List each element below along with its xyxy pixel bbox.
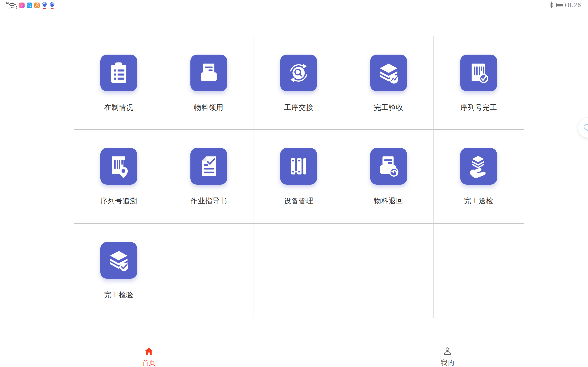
grid-item-material-return[interactable]: 物料退回 [344, 130, 434, 224]
grid-item-label: 完工检验 [104, 290, 133, 300]
grid-item-label: 工序交接 [284, 103, 313, 112]
grid-item-label: 序列号完工 [460, 103, 497, 112]
serial-trace-barcode-pin-icon [100, 148, 137, 185]
search-app-icon [27, 2, 32, 8]
grid-item-work-instruction[interactable]: 作业指导书 [164, 130, 254, 224]
grid-item-completion-inspection[interactable]: 完工检验 [74, 224, 164, 318]
grid-item-label: 物料领用 [194, 103, 224, 112]
grid-cell-empty [434, 224, 524, 318]
grid-item-wip-status[interactable]: 在制情况 [74, 36, 164, 130]
wifi-icon: 6+ [6, 1, 17, 9]
bluetooth-icon [549, 1, 554, 9]
equipment-racks-icon [280, 148, 317, 185]
tab-home-label: 首页 [142, 358, 156, 367]
home-icon [143, 346, 154, 357]
grid-item-label: 作业指导书 [190, 196, 227, 206]
grid-item-label: 设备管理 [284, 196, 313, 206]
grid-item-completion-acceptance[interactable]: 完工验收 [344, 36, 434, 130]
status-bar: 6+ i [0, 0, 588, 11]
battery-icon [556, 3, 565, 7]
completion-acceptance-layers-icon [370, 55, 407, 91]
grid-item-label: 在制情况 [104, 103, 133, 112]
chat-fab[interactable] [578, 117, 588, 138]
grid-item-label: 物料退回 [374, 196, 403, 206]
grid-item-label: 序列号追溯 [100, 196, 137, 206]
video-app-icon [34, 2, 40, 8]
work-instruction-doc-check-icon [190, 148, 227, 185]
grid-item-serial-trace[interactable]: 序列号追溯 [74, 130, 164, 224]
grid-item-completion-submit[interactable]: 完工送检 [434, 130, 524, 224]
clock-time: 8:26 [568, 1, 581, 9]
person-icon [442, 346, 453, 357]
completion-inspection-layers-check-icon [100, 242, 137, 279]
chat-bubble-icon [582, 122, 588, 134]
data-arrows-icon [16, 6, 17, 9]
grid-cell-empty [254, 224, 344, 318]
grid-item-material-request[interactable]: 物料领用 [164, 36, 254, 130]
grid-item-process-handover[interactable]: 工序交接 [254, 36, 344, 130]
tab-mine-label: 我的 [441, 358, 454, 367]
clipboard-list-icon [100, 55, 137, 91]
material-return-tray-icon [370, 148, 407, 185]
app-home-screen: 6+ i [0, 0, 588, 367]
wifi-dot [9, 8, 10, 8]
status-bar-left: 6+ i [6, 1, 55, 9]
tab-home[interactable]: 首页 [129, 346, 168, 367]
serial-complete-barcode-check-icon [460, 55, 497, 91]
grid-item-serial-completion[interactable]: 序列号完工 [434, 36, 524, 130]
grid-item-label: 完工验收 [374, 103, 403, 112]
grid-cell-empty [164, 224, 254, 318]
material-request-tray-icon [190, 55, 227, 91]
grid-item-equipment-management[interactable]: 设备管理 [254, 130, 344, 224]
function-grid: 在制情况 物料领用 [74, 36, 524, 318]
status-bar-right: 8:26 [549, 1, 581, 9]
grid-cell-empty [344, 224, 434, 318]
tab-mine[interactable]: 我的 [428, 346, 467, 367]
baidu-paw-icon [42, 2, 47, 9]
completion-submit-hand-layers-icon [460, 148, 497, 185]
grid-item-label: 完工送检 [464, 196, 493, 206]
info-app-icon: i [19, 2, 25, 8]
baidu-paw-icon [49, 2, 55, 9]
process-handover-sync-search-icon [280, 55, 317, 91]
